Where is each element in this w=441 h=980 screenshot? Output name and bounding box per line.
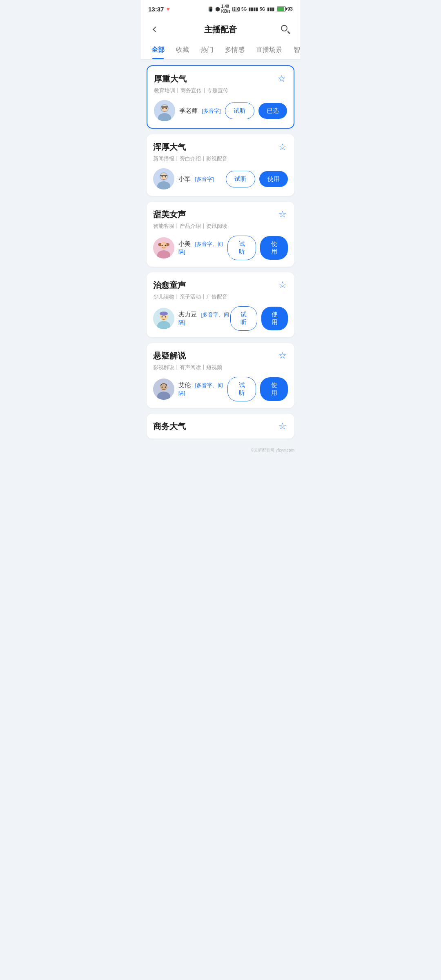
- avatar-2: [153, 168, 174, 189]
- card-header-5: 悬疑解说 ☆: [153, 350, 288, 361]
- avatar-3: [153, 237, 174, 258]
- card-actions-2: 试听 使用: [226, 171, 288, 187]
- voice-card-6: 商务大气 ☆: [147, 414, 294, 439]
- speaker-name-5: 艾伦: [178, 381, 191, 388]
- use-button-1[interactable]: 已选: [258, 103, 287, 119]
- card-actions-4: 试听 使用: [230, 306, 288, 331]
- vibrate-icon: 📳: [208, 7, 214, 12]
- card-footer-4: 杰力豆 [多音字、间隔] 试听 使用: [153, 306, 288, 331]
- avatar-5: [153, 379, 174, 400]
- card-name-2: 浑厚大气: [153, 142, 186, 153]
- tab-favorites[interactable]: 收藏: [170, 42, 195, 59]
- favorite-button-6[interactable]: ☆: [277, 421, 288, 432]
- avatar-4: [153, 308, 174, 329]
- card-header-3: 甜美女声 ☆: [153, 209, 288, 220]
- use-button-4[interactable]: 使用: [261, 307, 288, 330]
- svg-point-25: [160, 312, 168, 316]
- speaker-info-1: 季老师 [多音字]: [154, 100, 221, 121]
- card-header-4: 治愈童声 ☆: [153, 280, 288, 291]
- svg-point-12: [165, 176, 166, 178]
- card-tags-5: 影视解说丨有声阅读丨短视频: [153, 364, 288, 371]
- listen-button-2[interactable]: 试听: [226, 171, 255, 187]
- favorite-button-3[interactable]: ☆: [277, 209, 288, 220]
- use-button-5[interactable]: 使用: [260, 377, 288, 401]
- voice-card-2: 浑厚大气 ☆ 新闻播报丨旁白介绍丨影视配音: [147, 134, 294, 196]
- svg-point-34: [165, 387, 166, 388]
- tab-smart[interactable]: 智能客服: [288, 42, 300, 59]
- hd-icon: HD: [232, 7, 240, 11]
- voice-card-5: 悬疑解说 ☆ 影视解说丨有声阅读丨短视频: [147, 343, 294, 408]
- card-footer-3: 小美 [多音字、间隔] 试听 使用: [153, 236, 288, 260]
- svg-point-6: [166, 108, 167, 109]
- card-footer-1: 季老师 [多音字] 试听 已选: [154, 100, 287, 121]
- listen-button-5[interactable]: 试听: [227, 377, 256, 401]
- svg-rect-13: [160, 175, 167, 176]
- use-button-2[interactable]: 使用: [259, 171, 288, 187]
- card-name-5: 悬疑解说: [153, 350, 186, 361]
- svg-point-19: [161, 242, 167, 247]
- back-button[interactable]: [148, 22, 163, 37]
- svg-point-27: [165, 316, 166, 318]
- card-tags-1: 教育培训丨商务宣传丨专题宣传: [154, 87, 287, 94]
- avatar-1: [154, 100, 175, 121]
- listen-button-3[interactable]: 试听: [227, 236, 256, 260]
- status-time: 13:37: [148, 6, 164, 13]
- card-tags-3: 智能客服丨产品介绍丨资讯阅读: [153, 223, 288, 230]
- tabs: 全部 收藏 热门 多情感 直播场景 智能客服: [141, 42, 300, 59]
- tab-hot[interactable]: 热门: [195, 42, 219, 59]
- status-bar: 13:37 ♥ 📳 ⬢ 1.40KB/s HD 5G ▮▮▮▮ 5G ▮▮▮ 9…: [141, 0, 300, 16]
- tab-all[interactable]: 全部: [146, 42, 170, 59]
- voice-card-4: 治愈童声 ☆ 少儿读物丨亲子活动丨广告配音: [147, 272, 294, 337]
- heart-icon: ♥: [166, 6, 169, 12]
- favorite-button-1[interactable]: ☆: [276, 74, 287, 84]
- card-actions-1: 试听 已选: [225, 102, 287, 119]
- favorite-button-4[interactable]: ☆: [277, 280, 288, 290]
- app-header: 主播配音: [141, 16, 300, 42]
- svg-point-33: [162, 387, 163, 388]
- speaker-tag-1: [多音字]: [202, 108, 220, 114]
- card-footer-2: 小军 [多音字] 试听 使用: [153, 168, 288, 189]
- speaker-name-2: 小军: [178, 175, 191, 182]
- speaker-info-5: 艾伦 [多音字、间隔]: [153, 379, 227, 400]
- svg-point-5: [163, 108, 164, 109]
- svg-point-21: [165, 245, 166, 246]
- 5g-icon-2: 5G: [260, 7, 265, 11]
- card-header-2: 浑厚大气 ☆: [153, 142, 288, 153]
- card-footer-5: 艾伦 [多音字、间隔] 试听 使用: [153, 377, 288, 401]
- card-header-6: 商务大气 ☆: [153, 421, 288, 432]
- speaker-name-4: 杰力豆: [178, 311, 197, 318]
- back-arrow-icon: [153, 27, 158, 32]
- svg-rect-4: [161, 106, 168, 108]
- favorite-button-5[interactable]: ☆: [277, 350, 288, 361]
- listen-button-1[interactable]: 试听: [225, 102, 254, 119]
- card-actions-3: 试听 使用: [227, 236, 288, 260]
- battery-percent: 93: [287, 6, 293, 12]
- page-title: 主播配音: [204, 24, 237, 35]
- card-actions-5: 试听 使用: [227, 377, 288, 401]
- card-name-1: 厚重大气: [154, 74, 187, 85]
- search-button[interactable]: [278, 22, 293, 37]
- tab-live[interactable]: 直播场景: [250, 42, 288, 59]
- speaker-info-3: 小美 [多音字、间隔]: [153, 237, 227, 258]
- favorite-button-2[interactable]: ☆: [277, 142, 288, 152]
- speaker-info-4: 杰力豆 [多音字、间隔]: [153, 308, 230, 329]
- svg-point-26: [162, 316, 163, 318]
- svg-point-10: [160, 173, 167, 180]
- battery-icon: [277, 7, 286, 11]
- voice-card-1: 厚重大气 ☆ 教育培训丨商务宣传丨专题宣传: [147, 65, 294, 129]
- speaker-name-1: 季老师: [179, 107, 198, 114]
- tab-emotional[interactable]: 多情感: [219, 42, 250, 59]
- search-icon: [281, 25, 290, 34]
- card-tags-4: 少儿读物丨亲子活动丨广告配音: [153, 293, 288, 301]
- bluetooth-icon: ⬢: [215, 6, 220, 12]
- card-tags-2: 新闻播报丨旁白介绍丨影视配音: [153, 155, 288, 163]
- listen-button-4[interactable]: 试听: [230, 306, 258, 331]
- battery-fill: [277, 7, 284, 11]
- use-button-3[interactable]: 使用: [260, 236, 288, 260]
- card-name-4: 治愈童声: [153, 280, 186, 291]
- data-speed: 1.40KB/s: [221, 4, 231, 14]
- tabs-container: 全部 收藏 热门 多情感 直播场景 智能客服: [141, 42, 300, 60]
- speaker-tag-2: [多音字]: [195, 176, 214, 182]
- status-icons: 📳 ⬢ 1.40KB/s HD 5G ▮▮▮▮ 5G ▮▮▮ 93: [208, 4, 293, 14]
- card-header-1: 厚重大气 ☆: [154, 74, 287, 85]
